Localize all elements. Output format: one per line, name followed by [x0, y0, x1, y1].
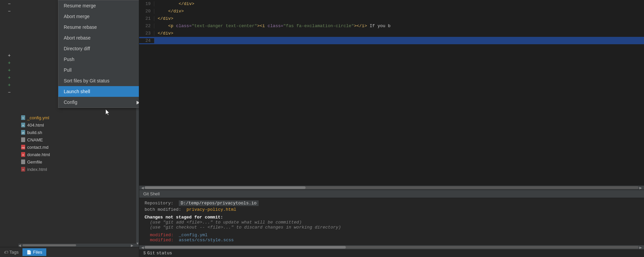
marker-empty-2 — [0, 22, 18, 29]
code-line-20: 20 </div> — [139, 7, 644, 15]
svg-text:Y: Y — [22, 117, 24, 120]
menu-item-pull[interactable]: Pull — [58, 65, 139, 75]
file-icon-build: sh — [20, 130, 26, 135]
code-scroll-thumb — [145, 186, 306, 189]
file-item-cname[interactable]: CNAME — [18, 136, 139, 143]
tab-files[interactable]: 📄 Files — [22, 248, 46, 256]
marker-dash-1: − — [0, 7, 18, 15]
menu-label-pull: Pull — [64, 67, 71, 73]
file-icon-config: Y — [20, 115, 26, 120]
file-item-gemfile[interactable]: Gemfile — [18, 158, 139, 166]
marker-collapse-1[interactable]: − — [0, 0, 18, 7]
sidebar-scroll-down[interactable]: ▼ — [136, 241, 139, 246]
svg-rect-6 — [21, 137, 25, 142]
git-input-value: status — [156, 251, 172, 256]
menu-label-resume-merge: Resume merge — [64, 3, 96, 8]
marker-plus-2[interactable]: + — [0, 59, 18, 66]
menu-item-abort-merge[interactable]: Abort merge — [58, 11, 139, 22]
line-number-19: 19 — [139, 1, 154, 6]
code-scroll-left-btn[interactable]: ◀ — [141, 186, 145, 190]
git-modified-line: both modified: privacy-policy.html — [145, 207, 639, 212]
line-content-20: </div> — [154, 9, 184, 14]
file-item-donate[interactable]: H donate.html — [18, 151, 139, 158]
sidebar-hscrollbar[interactable]: ◀ ▶ — [18, 244, 136, 247]
menu-item-abort-rebase[interactable]: Abort rebase — [58, 33, 139, 43]
tab-tags[interactable]: 🏷 Tags — [0, 248, 22, 256]
file-name-404: 404.html — [27, 123, 44, 128]
modified-label-1: modified: — [150, 233, 173, 238]
bottom-tabs: 🏷 Tags 📄 Files — [0, 247, 139, 257]
file-item-index[interactable]: H index.html — [18, 166, 139, 173]
main-content: 19 </div> 20 </div> 21 </div> 22 <p clas… — [139, 0, 644, 257]
sidebar-hscroll-thumb — [22, 244, 76, 246]
file-icon-donate: H — [20, 152, 26, 157]
menu-item-directory-diff[interactable]: Directory diff — [58, 43, 139, 54]
file-item-build[interactable]: sh build.sh — [18, 129, 139, 136]
sidebar: − − + + + + + − s Resume merge — [0, 0, 139, 257]
svg-text:H: H — [22, 169, 24, 171]
menu-label-push: Push — [64, 57, 74, 62]
menu-item-resume-rebase[interactable]: Resume rebase — [58, 22, 139, 33]
line-number-23: 23 — [139, 31, 154, 36]
menu-item-sort-files[interactable]: Sort files by Git status — [58, 75, 139, 86]
code-scroll-track[interactable] — [145, 186, 639, 189]
repo-label: Repository: — [145, 201, 173, 206]
git-shell-header: Git Shell — [139, 190, 644, 198]
hint-2: (use "git checkout -- <file>..." to disc… — [150, 225, 639, 230]
git-shell-content: Repository: D:/temp/repos/privacytools.i… — [139, 198, 644, 245]
git-scroll-left-btn[interactable]: ◀ — [141, 245, 145, 249]
svg-text:H: H — [22, 124, 24, 127]
menu-label-abort-merge: Abort merge — [64, 14, 90, 19]
line-content-19: </div> — [154, 1, 194, 6]
scroll-right-arrow[interactable]: ▶ — [131, 244, 133, 247]
menu-item-launch-shell[interactable]: Launch shell — [58, 86, 139, 97]
menu-label-abort-rebase: Abort rebase — [64, 35, 91, 41]
code-scroll-right-btn[interactable]: ▶ — [639, 186, 643, 190]
menu-item-resume-merge[interactable]: Resume merge — [58, 0, 139, 11]
line-number-20: 20 — [139, 9, 154, 14]
code-line-24: 24 — [139, 37, 644, 44]
git-scroll-right-btn[interactable]: ▶ — [639, 245, 643, 249]
marker-empty-4 — [0, 37, 18, 44]
marker-dash-2: − — [0, 88, 18, 96]
code-line-19: 19 </div> — [139, 0, 644, 7]
marker-plus-3[interactable]: + — [0, 66, 18, 74]
menu-label-launch-shell: Launch shell — [64, 89, 90, 94]
modified-file-2: assets/css/style.scss — [179, 238, 234, 243]
modified-file-1-line: modified: _config.yml — [150, 233, 639, 238]
svg-text:md: md — [21, 146, 25, 149]
marker-plus-4[interactable]: + — [0, 74, 18, 81]
modified-file-2-line: modified: assets/css/style.scss — [150, 238, 639, 243]
file-icon-gemfile — [20, 159, 26, 165]
menu-item-push[interactable]: Push — [58, 54, 139, 65]
menu-item-config[interactable]: Config ▶ — [58, 97, 139, 108]
scroll-left-arrow[interactable]: ◀ — [18, 244, 21, 247]
git-scroll-thumb — [145, 246, 346, 249]
files-icon: 📄 — [26, 250, 32, 255]
file-item-config[interactable]: Y _config.yml — [18, 114, 139, 121]
hint-1: (use "git add <file>..." to update what … — [150, 220, 639, 225]
marker-plus-1[interactable]: + — [0, 52, 18, 59]
menu-label-sort-files: Sort files by Git status — [64, 78, 109, 83]
file-item-contact[interactable]: md contact.md — [18, 143, 139, 151]
file-name-index: index.html — [27, 167, 47, 172]
marker-expand-1[interactable]: + — [0, 81, 18, 88]
menu-label-config: Config — [64, 100, 77, 105]
file-name-contact: contact.md — [27, 145, 49, 150]
file-name-gemfile: Gemfile — [27, 159, 42, 165]
file-icon-contact: md — [20, 144, 26, 150]
line-content-21: </div> — [154, 16, 173, 21]
file-name-cname: CNAME — [27, 137, 43, 142]
code-line-23: 23 </div> — [139, 29, 644, 37]
line-content-23: </div> — [154, 31, 173, 36]
file-icon-index: H — [20, 167, 26, 172]
git-repo-line: Repository: D:/temp/repos/privacytools.i… — [145, 201, 639, 206]
svg-text:H: H — [22, 154, 24, 156]
file-icon-cname — [20, 137, 26, 142]
modified-file-1: _config.yml — [179, 233, 208, 238]
git-shell-hscrollbar[interactable]: ◀ ▶ — [139, 245, 644, 249]
code-editor-hscrollbar[interactable]: ◀ ▶ — [139, 186, 644, 190]
file-item-404[interactable]: H 404.html — [18, 121, 139, 129]
git-scroll-track[interactable] — [145, 246, 639, 249]
git-cmd: Git — [147, 251, 155, 256]
